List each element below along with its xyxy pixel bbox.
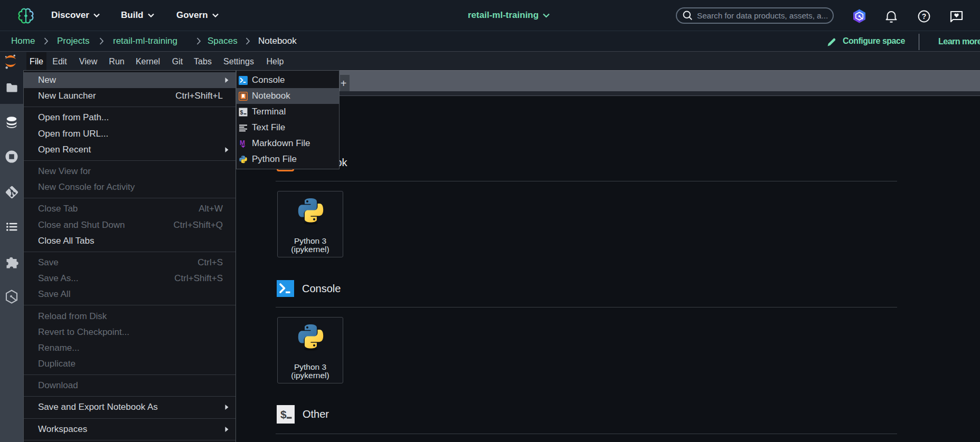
svg-text:?: ? bbox=[922, 12, 927, 21]
svg-text:M: M bbox=[240, 139, 245, 147]
svg-text:$: $ bbox=[280, 408, 287, 420]
svg-text:$: $ bbox=[240, 109, 243, 115]
